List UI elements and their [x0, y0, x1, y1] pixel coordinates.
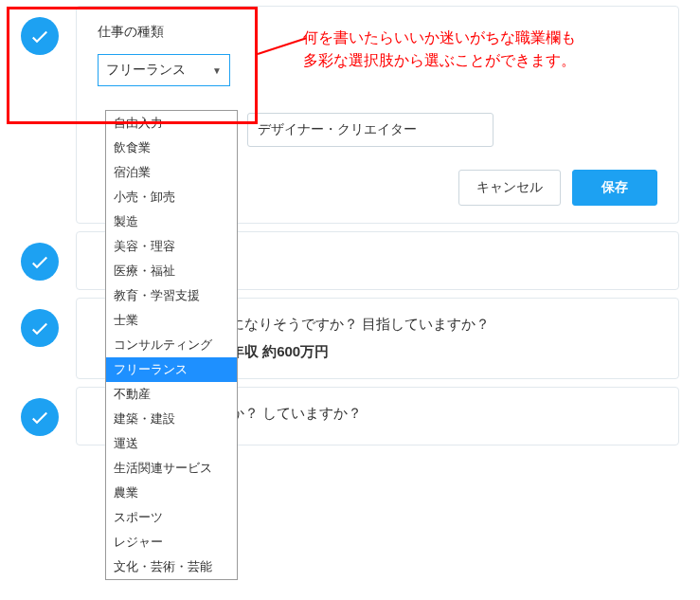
annotation-text: 何を書いたらいいか迷いがちな職業欄も 多彩な選択肢から選ぶことができます。 [303, 27, 576, 72]
dropdown-option[interactable]: 運送 [106, 431, 237, 456]
dropdown-option[interactable]: スポーツ [106, 505, 237, 530]
dropdown-option[interactable]: フリーランス [106, 357, 237, 382]
dropdown-option[interactable]: 士業 [106, 308, 237, 333]
dropdown-option[interactable]: 飲食業 [106, 136, 237, 160]
cancel-button[interactable]: キャンセル [458, 170, 561, 206]
dropdown-option[interactable]: コンサルティング [106, 333, 237, 357]
dropdown-option[interactable]: 美容・理容 [106, 234, 237, 259]
dropdown-option[interactable]: 小売・卸売 [106, 185, 237, 209]
dropdown-option[interactable]: 自由入力 [106, 111, 237, 136]
check-icon [21, 309, 59, 347]
check-icon [21, 17, 59, 55]
dropdown-option[interactable]: 医療・福祉 [106, 259, 237, 283]
dropdown-option[interactable]: 建築・建設 [106, 407, 237, 431]
job-type-selected: フリーランス [106, 62, 186, 79]
dropdown-option[interactable]: 宿泊業 [106, 160, 237, 185]
save-button[interactable]: 保存 [572, 170, 657, 206]
job-type-dropdown[interactable]: 自由入力飲食業宿泊業小売・卸売製造美容・理容医療・福祉教育・学習支援士業コンサル… [105, 110, 238, 580]
check-icon [21, 398, 59, 436]
dropdown-option[interactable]: 製造 [106, 209, 237, 234]
job-type-select[interactable]: フリーランス ▼ [98, 54, 230, 86]
dropdown-option[interactable]: 文化・芸術・芸能 [106, 555, 237, 579]
job-role-input[interactable]: デザイナー・クリエイター [247, 113, 494, 147]
dropdown-option[interactable]: レジャー [106, 530, 237, 555]
dropdown-option[interactable]: 不動産 [106, 382, 237, 407]
dropdown-option[interactable]: 教育・学習支援 [106, 283, 237, 308]
check-icon [21, 243, 59, 281]
dropdown-option[interactable]: 生活関連サービス [106, 456, 237, 481]
dropdown-option[interactable]: 農業 [106, 481, 237, 505]
chevron-down-icon: ▼ [212, 65, 222, 76]
